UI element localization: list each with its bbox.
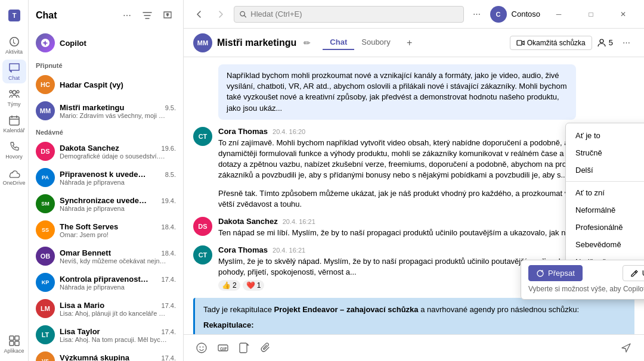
- tone-item-profesionalne[interactable]: Profesionálně: [566, 219, 644, 236]
- chat-item-time: 19.4.: [162, 197, 176, 204]
- chat-item-time: 17.4.: [162, 276, 176, 283]
- header-more-button[interactable]: ⋯: [618, 35, 634, 51]
- svg-point-3: [17, 91, 19, 93]
- main-area: ⋯ C Contoso ─ □ ✕ MM Mistři marketingu ✏…: [184, 0, 644, 361]
- svg-point-4: [10, 91, 12, 93]
- tone-label: Neformálně: [575, 206, 615, 214]
- chat-item-omar[interactable]: OB Omar Bennett 18.4. Nevíš, kdy můžeme …: [29, 243, 183, 269]
- chat-item-lisa-taylor[interactable]: LT Lisa Taylor 17.4. Lisa: Ahoj. Na tom …: [29, 322, 183, 348]
- reaction-heart[interactable]: ❤️ 1: [243, 280, 265, 291]
- filter-button[interactable]: [139, 7, 156, 24]
- upravit-button[interactable]: Upravit: [623, 265, 644, 281]
- highlight-title: Tady je rekapitulace Projekt Endeavor – …: [203, 304, 626, 316]
- chat-item-name: Lisa Taylor: [60, 327, 100, 336]
- sidebar-item-activity[interactable]: Aktivita: [2, 33, 26, 57]
- sidebar-item-apps[interactable]: Aplikace: [2, 332, 26, 356]
- sidebar-item-calls[interactable]: Hovory: [2, 138, 26, 162]
- svg-rect-9: [15, 341, 19, 346]
- chat-item-content: Připravenost k uvedení projektu Avalon 8…: [60, 170, 176, 186]
- close-button[interactable]: ✕: [609, 5, 637, 24]
- back-button[interactable]: [191, 6, 208, 23]
- chat-item-preview: Mario: Zdravím vás všechny, moji týmoví …: [60, 112, 167, 119]
- new-chat-button[interactable]: [159, 7, 176, 24]
- reaction-thumbs[interactable]: 👍 2: [218, 280, 240, 291]
- activity-icon: [8, 36, 20, 48]
- chat-item-content: Kontrola připravenosti k zahájení pr... …: [60, 275, 176, 291]
- svg-rect-11: [517, 41, 522, 45]
- teams-label: Týmy: [8, 101, 21, 107]
- teams-logo[interactable]: T: [4, 5, 25, 26]
- search-input[interactable]: [250, 10, 458, 18]
- chat-item-sync[interactable]: SM Synchronizace uvedení Mark 8 19.4. Ná…: [29, 191, 183, 217]
- chat-list-header: Chat ⋯: [29, 0, 183, 29]
- chat-item-content: Mistři marketingu 9.5. Mario: Zdravím vá…: [60, 103, 176, 119]
- chat-item-dakota[interactable]: DS Dakota Sanchez 19.6. Demografické úda…: [29, 138, 183, 164]
- chat-item-softserves[interactable]: SS The Soft Serves 18.4. Omar: Jsem pro!: [29, 217, 183, 243]
- chat-item-priprav[interactable]: PA Připravenost k uvedení projektu Avalo…: [29, 164, 183, 191]
- edit-icon[interactable]: ✏: [304, 38, 311, 48]
- more-options-button[interactable]: ⋯: [119, 7, 135, 24]
- chat-item-name: Synchronizace uvedení Mark 8: [60, 196, 149, 205]
- sidebar-item-calendar[interactable]: Kalendář: [2, 112, 26, 136]
- people-count: 5: [609, 38, 613, 47]
- add-tab-button[interactable]: +: [402, 36, 417, 50]
- tone-item-dalsi[interactable]: Delší: [566, 161, 644, 179]
- attach-button[interactable]: [258, 340, 274, 356]
- onedrive-icon: [8, 167, 20, 179]
- chat-item-content: Omar Bennett 18.4. Nevíš, kdy můžeme oče…: [60, 248, 176, 264]
- instant-meeting-button[interactable]: Okamžitá schůzka: [510, 36, 592, 50]
- top-bar-right: ⋯ C Contoso ─ □ ✕: [469, 5, 637, 24]
- chat-item-content: Lisa Taylor 17.4. Lisa: Ahoj. Na tom pra…: [60, 327, 176, 343]
- sidebar-item-teams[interactable]: Týmy: [2, 86, 26, 110]
- gif-button[interactable]: GIF: [215, 340, 231, 356]
- chat-item-name: The Soft Serves: [60, 222, 118, 231]
- video-icon: [516, 39, 525, 47]
- chat-item-time: 17.4.: [162, 302, 176, 309]
- user-avatar[interactable]: C: [490, 6, 507, 23]
- tone-item-strucne[interactable]: Stručně: [566, 144, 644, 161]
- svg-rect-5: [10, 117, 19, 125]
- avatar: LM: [36, 299, 55, 318]
- sidebar-item-onedrive[interactable]: OneDrive: [2, 164, 26, 188]
- prepsat-button[interactable]: Přepsat: [528, 265, 583, 281]
- send-button[interactable]: [618, 340, 634, 356]
- chat-item-time: 18.4.: [162, 250, 176, 257]
- tab-files[interactable]: Soubory: [354, 35, 397, 50]
- chat-item-name: Kontrola připravenosti k zahájení pr...: [60, 275, 149, 284]
- meeting-btn-label: Okamžitá schůzka: [527, 39, 586, 47]
- rewrite-bar: Přepsat Upravit ✕ Vyberte si možnost výš…: [521, 260, 644, 300]
- sticker-button[interactable]: [236, 340, 253, 356]
- tone-item-sebevede[interactable]: Sebevědomě: [566, 236, 644, 253]
- chat-item-preview: Demografické údaje o sousedství.xlsx: [60, 153, 167, 160]
- chat-item-vyzkum[interactable]: VS Výzkumná skupina 17.4. Kai: Než zapom…: [29, 348, 183, 361]
- tone-item-at-to-zni[interactable]: Ať to zní: [566, 184, 644, 201]
- message-input-area: GIF: [184, 334, 644, 361]
- chat-item-preview: Náhrada je připravena: [60, 205, 167, 212]
- chat-item-lisa-mario[interactable]: LM Lisa a Mario 17.4. Lisa: Ahoj, plánuj…: [29, 295, 183, 322]
- svg-text:T: T: [12, 12, 16, 19]
- maximize-button[interactable]: □: [577, 5, 605, 24]
- chat-item-content: Dakota Sanchez 19.6. Demografické údaje …: [60, 144, 176, 160]
- tab-chat[interactable]: Chat: [323, 35, 354, 50]
- chat-item-time: 18.4.: [162, 223, 176, 231]
- emoji-button[interactable]: [193, 340, 210, 356]
- chat-item-kontrola[interactable]: KP Kontrola připravenosti k zahájení pr.…: [29, 269, 183, 295]
- tone-item-neformalne[interactable]: Neformálně: [566, 201, 644, 219]
- svg-rect-19: [240, 343, 247, 353]
- avatar: VS: [36, 351, 55, 361]
- minimize-button[interactable]: ─: [545, 5, 572, 24]
- message-author: Cora Thomas: [218, 127, 268, 136]
- chat-item-hadar[interactable]: HC Hadar Caspit (vy): [29, 71, 183, 98]
- people-count-button[interactable]: 5: [597, 38, 613, 48]
- copilot-item[interactable]: Copilot: [29, 29, 183, 57]
- chat-item-content: Výzkumná skupina 17.4. Kai: Než zapomenu…: [60, 353, 176, 362]
- forward-button[interactable]: [212, 6, 229, 23]
- svg-point-15: [200, 347, 201, 348]
- chat-item-mistri[interactable]: MM Mistři marketingu 9.5. Mario: Zdravím…: [29, 98, 183, 124]
- message-bubble: Například bychom mohli prozkoumat nové a…: [218, 64, 576, 120]
- tone-item-at-je-to[interactable]: Ať je to: [566, 127, 644, 144]
- chat-item-preview: Lisa: Ahoj, plánuji jít do kanceláře v..…: [60, 310, 167, 317]
- sidebar-item-chat[interactable]: Chat: [2, 60, 26, 83]
- more-button[interactable]: ⋯: [469, 6, 485, 23]
- avatar: OB: [36, 247, 55, 266]
